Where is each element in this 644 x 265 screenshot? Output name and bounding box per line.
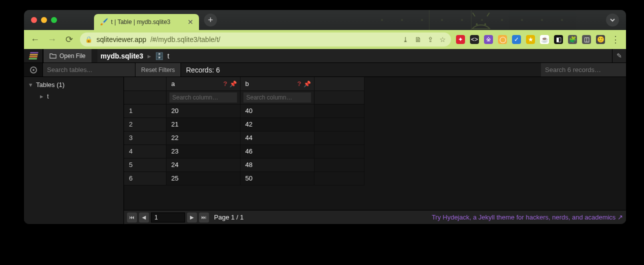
tab-overflow-button[interactable] [606,14,619,26]
lock-icon: 🔒 [85,36,92,43]
page-last-button[interactable]: ⏭ [199,212,209,222]
svg-line-2 [472,13,475,16]
table-row[interactable]: 3 22 44 [124,131,364,144]
browser-tabbar: 🖌️ t | Table | mydb.sqlite3 ✕ + [24,10,626,30]
url-path: /#/mydb.sqlite3/table/t/ [150,36,220,44]
extension-icon[interactable]: ◧ [554,35,563,44]
reset-filters-label: Reset Filters [141,66,174,74]
promo-link[interactable]: Try Hydejack, a Jekyll theme for hackers… [432,214,623,221]
cell[interactable]: 23 [166,144,240,158]
new-tab-button[interactable]: + [204,14,217,26]
extensions-menu-icon[interactable]: 🧩 [568,35,577,44]
breadcrumb: mydb.sqlite3 ▸ 🗄️ t [98,52,169,60]
cell[interactable]: 25 [166,172,240,185]
cell[interactable]: 50 [240,172,314,185]
nav-forward-button[interactable]: → [46,34,58,46]
cell[interactable]: 44 [240,131,314,144]
window-close-button[interactable] [31,17,37,23]
extension-icon[interactable]: ★ [526,35,535,44]
reset-filters-button[interactable]: Reset Filters [135,63,181,76]
page-icon[interactable]: 🗎 [414,36,422,44]
side-panel-icon[interactable]: ◫ [582,35,591,44]
cell[interactable]: 21 [166,118,240,131]
cell[interactable]: 40 [240,104,314,118]
column-label: b [246,80,249,88]
browser-toolbar: ← → ⟳ 🔒 sqliteviewer.app/#/mydb.sqlite3/… [24,30,626,49]
column-filter-input[interactable] [244,92,311,102]
row-number: 4 [124,144,166,158]
table-row[interactable]: 5 24 48 [124,158,364,172]
records-count: Records: 6 [181,63,225,76]
share-icon[interactable]: ⇪ [428,36,434,44]
column-filter-empty [314,90,364,104]
cell[interactable]: 46 [240,144,314,158]
table-row[interactable]: 1 20 40 [124,104,364,118]
data-table: a ? 📌 b ? 📌 [124,77,364,186]
sidebar-group-tables[interactable]: ▾ Tables (1) [24,79,124,90]
table-row[interactable]: 4 23 46 [124,144,364,158]
tab-favicon-icon: 🖌️ [100,18,107,26]
column-header-a[interactable]: a ? 📌 [166,77,240,90]
app-logo[interactable] [24,49,43,62]
table-row[interactable]: 6 25 50 [124,172,364,185]
page-number-input[interactable] [151,212,185,222]
page-prev-button[interactable]: ◀ [139,212,149,222]
extension-icon[interactable]: <> [470,35,479,44]
column-type-unknown-icon[interactable]: ? [224,80,228,88]
column-filter-input[interactable] [170,92,237,102]
open-file-button[interactable]: Open File [43,49,98,62]
address-bar[interactable]: 🔒 sqliteviewer.app/#/mydb.sqlite3/table/… [80,32,451,46]
open-file-label: Open File [60,52,86,60]
page-first-button[interactable]: ⏮ [127,212,137,222]
table-icon: 🗄️ [155,52,164,60]
settings-button[interactable] [24,63,43,76]
sidebar-item-table[interactable]: ▸ t [24,90,124,102]
cell[interactable]: 20 [166,104,240,118]
extension-icon[interactable]: ◯ [498,35,507,44]
cell[interactable]: 42 [240,118,314,131]
row-number: 3 [124,131,166,144]
promo-text: Try Hydejack, a Jekyll theme for hackers… [432,214,623,221]
breadcrumb-db[interactable]: mydb.sqlite3 [100,52,144,60]
nav-reload-button[interactable]: ⟳ [63,34,75,46]
extension-icon[interactable]: ✓ [512,35,521,44]
browser-menu-button[interactable]: ⋮ [610,34,621,45]
install-app-icon[interactable]: ⤓ [402,36,408,44]
cell-empty [314,118,364,131]
cell[interactable]: 22 [166,131,240,144]
column-header-b[interactable]: b ? 📌 [240,77,314,90]
svg-point-1 [484,24,486,26]
browser-tab[interactable]: 🖌️ t | Table | mydb.sqlite3 ✕ [94,14,199,30]
page-next-button[interactable]: ▶ [187,212,197,222]
pencil-icon: ✎ [616,52,622,60]
window-maximize-button[interactable] [51,17,57,23]
extension-icon[interactable]: ☕ [540,35,549,44]
android-icon [466,11,496,29]
chevron-right-icon: ▸ [39,94,44,99]
app-logo-icon [28,52,38,60]
extensions-row: ✦ <> ※ ◯ ✓ ★ ☕ ◧ 🧩 ◫ 🙂 ⋮ [456,34,621,45]
extension-icon[interactable]: ※ [484,35,493,44]
row-number-header [124,77,166,90]
breadcrumb-table[interactable]: t [168,52,170,60]
row-number: 6 [124,172,166,185]
tab-close-button[interactable]: ✕ [186,18,195,26]
search-tables-input[interactable] [43,63,135,76]
sidebar-group-label: Tables (1) [36,81,64,88]
pin-icon[interactable]: 📌 [230,80,237,87]
cell[interactable]: 48 [240,158,314,172]
window-minimize-button[interactable] [41,17,47,23]
cell-empty [314,158,364,172]
cell[interactable]: 24 [166,158,240,172]
cell-empty [314,144,364,158]
extension-icon[interactable]: ✦ [456,35,465,44]
nav-back-button[interactable]: ← [29,34,41,46]
edit-button[interactable]: ✎ [612,49,626,62]
profile-avatar-icon[interactable]: 🙂 [596,35,605,44]
table-row[interactable]: 2 21 42 [124,118,364,131]
sqlite-viewer-app: Open File mydb.sqlite3 ▸ 🗄️ t ✎ Reset Fi… [24,49,626,224]
bookmark-star-icon[interactable]: ☆ [440,36,446,44]
column-type-unknown-icon[interactable]: ? [298,80,302,88]
pin-icon[interactable]: 📌 [304,80,311,87]
search-records-input[interactable] [541,63,626,76]
